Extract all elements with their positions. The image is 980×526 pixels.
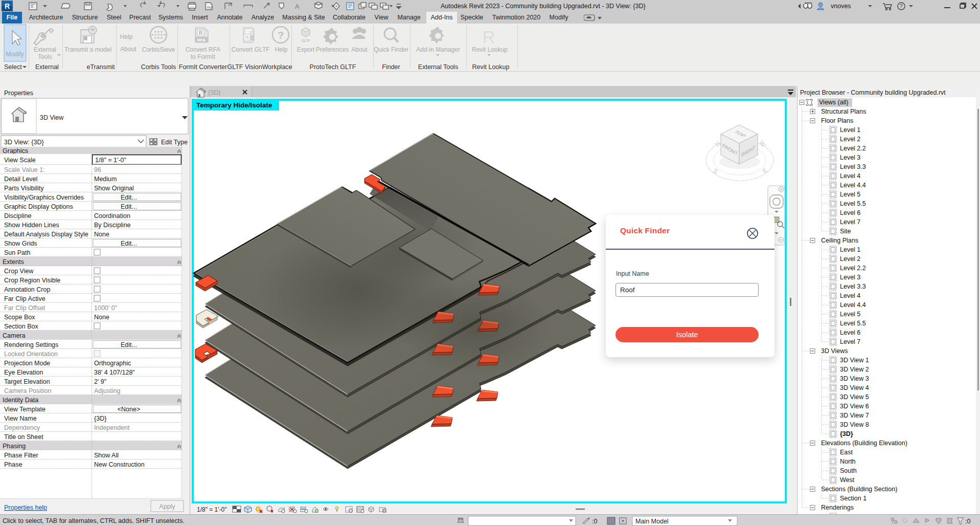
svg-text:3D View 8: 3D View 8 <box>840 421 869 428</box>
svg-text:FormIt Converter: FormIt Converter <box>179 63 227 71</box>
svg-text:Properties: Properties <box>4 90 33 97</box>
svg-text:Default Analysis Display Style: Default Analysis Display Style <box>4 231 88 238</box>
svg-text:Export: Export <box>297 46 315 53</box>
svg-text:3D View 5: 3D View 5 <box>840 393 869 401</box>
svg-text:1/8" = 1'-0": 1/8" = 1'-0" <box>95 157 126 164</box>
svg-text:Corbis Tools: Corbis Tools <box>141 63 176 71</box>
svg-text:Phasing: Phasing <box>3 443 26 450</box>
svg-text:PDF: PDF <box>207 6 213 9</box>
svg-text:Show Grids: Show Grids <box>4 240 37 247</box>
svg-text:Select: Select <box>4 63 22 71</box>
svg-text:to FormIt: to FormIt <box>191 53 216 60</box>
svg-text:Camera Position: Camera Position <box>4 387 51 394</box>
svg-text:Far Clip Active: Far Clip Active <box>4 295 45 302</box>
svg-text:Convert RFA: Convert RFA <box>186 46 221 53</box>
svg-text:R: R <box>199 30 203 36</box>
svg-text:Help: Help <box>120 33 133 40</box>
svg-text:{3D}: {3D} <box>94 415 106 422</box>
svg-text:Help: Help <box>275 46 288 53</box>
svg-text:Show All: Show All <box>94 452 119 459</box>
svg-text:Scale Value 1:: Scale Value 1: <box>4 166 45 173</box>
svg-text:3D View 6: 3D View 6 <box>840 403 869 410</box>
svg-text:Camera: Camera <box>3 332 26 339</box>
svg-text:96: 96 <box>94 166 101 173</box>
svg-text:Level 6: Level 6 <box>840 329 860 336</box>
svg-text::0: :0 <box>965 518 970 525</box>
svg-text:Orthographic: Orthographic <box>94 360 131 367</box>
svg-text:Level 5.5: Level 5.5 <box>840 200 866 207</box>
svg-text:Visibility/Graphics Overrides: Visibility/Graphics Overrides <box>4 194 84 201</box>
svg-text:Extents: Extents <box>3 258 24 266</box>
svg-text:{3D}: {3D} <box>840 430 853 437</box>
svg-text:External Tools: External Tools <box>418 63 458 71</box>
svg-text:3D View 2: 3D View 2 <box>840 366 869 373</box>
svg-text:Parts Visibility: Parts Visibility <box>4 185 44 192</box>
svg-text:Adjusting: Adjusting <box>94 387 120 394</box>
svg-text:1000' 0": 1000' 0" <box>94 304 117 312</box>
svg-text:Convert GLTF: Convert GLTF <box>231 46 269 53</box>
svg-text:3D Views: 3D Views <box>821 347 848 355</box>
svg-text:Section 1: Section 1 <box>840 495 867 502</box>
svg-text:Phase Filter: Phase Filter <box>4 452 38 459</box>
svg-text:None: None <box>94 231 109 238</box>
svg-text:2' 9": 2' 9" <box>94 378 106 385</box>
svg-text:Crop Region Visible: Crop Region Visible <box>4 277 60 284</box>
svg-text:Level 2: Level 2 <box>840 136 860 143</box>
svg-text:3D View: 3D View <box>40 114 64 121</box>
svg-text:Annotation Crop: Annotation Crop <box>4 286 50 293</box>
svg-text:Edit...: Edit... <box>121 203 137 210</box>
svg-text:Identity Data: Identity Data <box>3 397 38 404</box>
svg-text:E: E <box>761 166 769 175</box>
svg-text:Level 2.2: Level 2.2 <box>840 265 866 272</box>
svg-text:Graphic Display Options: Graphic Display Options <box>4 203 73 210</box>
svg-text:About: About <box>120 46 136 53</box>
svg-text:Level 2: Level 2 <box>840 255 860 262</box>
svg-text:Sun Path: Sun Path <box>4 249 30 256</box>
svg-text:Site: Site <box>840 228 851 235</box>
svg-text:Eye Elevation: Eye Elevation <box>4 369 43 376</box>
svg-text:Revit Lookup: Revit Lookup <box>472 63 510 71</box>
svg-text:Add-in Manager: Add-in Manager <box>416 46 460 53</box>
svg-text:Medium: Medium <box>94 176 117 183</box>
svg-text:Level 3.3: Level 3.3 <box>840 163 866 170</box>
svg-text:Tools: Tools <box>38 53 52 60</box>
svg-text:Dependency: Dependency <box>4 424 40 431</box>
svg-text:Apply: Apply <box>159 503 175 510</box>
svg-text:External: External <box>34 46 56 53</box>
svg-text:Level 3: Level 3 <box>840 154 860 161</box>
svg-text:Ceiling Plans: Ceiling Plans <box>821 237 858 244</box>
svg-text:Click to select, TAB for alter: Click to select, TAB for alternates, CTR… <box>3 517 185 524</box>
svg-text:ProtoTech GLTF: ProtoTech GLTF <box>310 63 356 71</box>
svg-text:R: R <box>5 2 10 10</box>
svg-text:Finder: Finder <box>382 63 400 71</box>
svg-text:Show Original: Show Original <box>94 185 134 192</box>
svg-text::0: :0 <box>592 518 597 525</box>
svg-text:eTransmit: eTransmit <box>86 63 115 71</box>
svg-text:Renderings: Renderings <box>821 504 854 511</box>
svg-text:Level 3: Level 3 <box>840 274 860 281</box>
svg-text:38' 4 107/128": 38' 4 107/128" <box>94 369 135 376</box>
svg-text:By Discipline: By Discipline <box>94 222 131 229</box>
svg-text:3D View 4: 3D View 4 <box>840 384 869 391</box>
svg-text:Edit...: Edit... <box>121 240 137 247</box>
svg-text:Views (all): Views (all) <box>819 99 848 106</box>
svg-text:New Construction: New Construction <box>94 461 145 468</box>
svg-text:1/8" = 1'-0": 1/8" = 1'-0" <box>197 506 227 513</box>
svg-text:Properties help: Properties help <box>4 504 47 511</box>
svg-text:Level 4.4: Level 4.4 <box>840 301 866 309</box>
svg-text:Sections (Building Section): Sections (Building Section) <box>821 486 897 493</box>
svg-text:North: North <box>840 458 856 465</box>
svg-text:CorbisSieve: CorbisSieve <box>142 46 175 53</box>
svg-text:Scope Box: Scope Box <box>4 314 35 321</box>
svg-text:External: External <box>35 63 59 71</box>
svg-text:A: A <box>295 3 300 10</box>
svg-text:View Template: View Template <box>4 406 45 413</box>
svg-text:Edit...: Edit... <box>121 341 137 348</box>
svg-text:South: South <box>840 467 857 474</box>
svg-text:Level 1: Level 1 <box>840 246 860 253</box>
svg-text:Structural Plans: Structural Plans <box>821 108 866 115</box>
svg-text:Section Box: Section Box <box>4 323 38 330</box>
svg-text:Level 5.5: Level 5.5 <box>840 320 866 327</box>
svg-text:Preferences: Preferences <box>316 46 349 53</box>
svg-text:Edit...: Edit... <box>121 194 137 201</box>
